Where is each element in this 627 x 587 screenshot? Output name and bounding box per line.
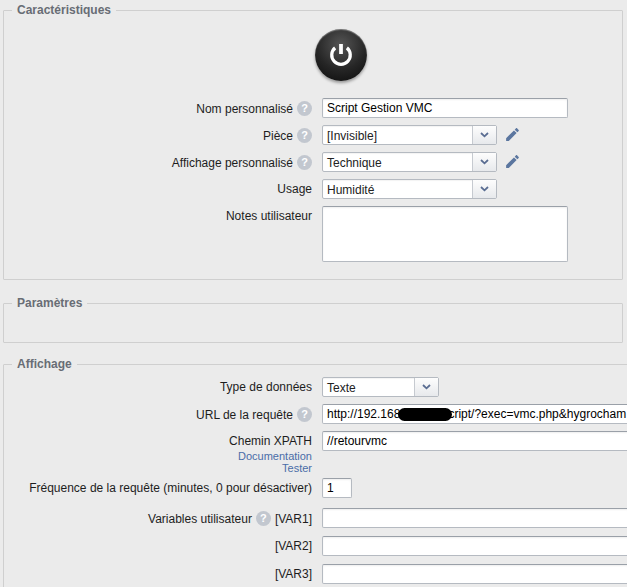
usage-select[interactable]: Humidité xyxy=(322,179,497,199)
xpath-links: Documentation Tester xyxy=(238,450,312,474)
help-icon[interactable] xyxy=(297,101,312,116)
frequence-input[interactable] xyxy=(322,478,352,498)
url-requete-label: URL de la requête xyxy=(196,408,293,422)
url-prefix-text: http://192.168 xyxy=(327,407,400,421)
var2-input[interactable] xyxy=(322,536,627,556)
type-donnees-select[interactable]: Texte xyxy=(322,377,439,397)
row-usage: Usage Humidité xyxy=(4,179,622,199)
row-chemin-xpath: Chemin XPATH Documentation Tester xyxy=(4,431,627,474)
usage-label: Usage xyxy=(277,182,312,196)
row-notes-utilisateur: Notes utilisateur xyxy=(4,206,622,262)
section-affichage-title: Affichage xyxy=(12,357,77,371)
documentation-link[interactable]: Documentation xyxy=(238,450,312,462)
row-var2: [VAR2] xyxy=(4,536,627,556)
help-icon[interactable] xyxy=(297,407,312,422)
tester-link[interactable]: Tester xyxy=(282,462,312,474)
affichage-personnalise-label: Affichage personnalisé xyxy=(172,156,293,170)
help-icon[interactable] xyxy=(256,511,271,526)
type-donnees-select-value: Texte xyxy=(323,378,414,396)
section-affichage: Affichage Type de données Texte URL de l… xyxy=(3,357,627,587)
device-settings-page: Caractéristiques Nom personnalisé Pièce xyxy=(0,0,627,587)
section-parametres: Paramètres xyxy=(3,296,623,343)
nom-personnalise-label: Nom personnalisé xyxy=(196,102,293,116)
type-donnees-label: Type de données xyxy=(220,380,312,394)
piece-select-value: [Invisible] xyxy=(323,126,472,144)
chevron-down-icon[interactable] xyxy=(472,153,496,171)
affichage-personnalise-select-value: Technique xyxy=(323,153,472,171)
url-requete-input[interactable]: http://192.168 cript/?exec=vmc.php&hygro… xyxy=(322,404,627,424)
chevron-down-icon[interactable] xyxy=(414,378,438,396)
notes-utilisateur-label: Notes utilisateur xyxy=(226,209,312,223)
row-affichage-personnalise: Affichage personnalisé Technique xyxy=(4,152,622,172)
row-nom-personnalise: Nom personnalisé xyxy=(4,98,622,118)
section-caracteristiques: Caractéristiques Nom personnalisé Pièce xyxy=(3,3,623,280)
var2-label: [VAR2] xyxy=(275,539,312,553)
chemin-xpath-input[interactable] xyxy=(322,431,627,451)
frequence-label: Fréquence de la requête (minutes, 0 pour… xyxy=(29,481,312,495)
nom-personnalise-input[interactable] xyxy=(322,98,568,118)
section-caracteristiques-title: Caractéristiques xyxy=(12,3,116,17)
usage-select-value: Humidité xyxy=(323,180,472,198)
var1-input[interactable] xyxy=(322,508,627,528)
chevron-down-icon[interactable] xyxy=(472,180,496,198)
var1-label: [VAR1] xyxy=(275,512,312,526)
chevron-down-icon[interactable] xyxy=(472,126,496,144)
row-piece: Pièce [Invisible] xyxy=(4,125,622,145)
affichage-personnalise-select[interactable]: Technique xyxy=(322,152,497,172)
var3-input[interactable] xyxy=(322,564,627,584)
parametres-empty-area xyxy=(4,310,622,332)
power-glyph xyxy=(326,40,356,70)
help-icon[interactable] xyxy=(297,155,312,170)
row-url-requete: URL de la requête http://192.168 cript/?… xyxy=(4,404,627,424)
power-button-icon xyxy=(315,29,367,81)
row-type-donnees: Type de données Texte xyxy=(4,377,627,397)
piece-label: Pièce xyxy=(263,129,293,143)
device-icon-row xyxy=(60,29,622,81)
redaction-blob xyxy=(398,408,452,421)
row-frequence: Fréquence de la requête (minutes, 0 pour… xyxy=(4,478,627,498)
row-var1: Variables utilisateur [VAR1] xyxy=(4,508,627,528)
chemin-xpath-label: Chemin XPATH xyxy=(229,434,312,448)
help-icon[interactable] xyxy=(297,128,312,143)
var3-label: [VAR3] xyxy=(275,567,312,581)
variables-utilisateur-label: Variables utilisateur xyxy=(148,512,252,526)
notes-utilisateur-textarea[interactable] xyxy=(322,206,568,262)
piece-select[interactable]: [Invisible] xyxy=(322,125,497,145)
section-parametres-title: Paramètres xyxy=(12,296,87,310)
url-suffix-text: cript/?exec=vmc.php&hygrocham xyxy=(448,407,626,421)
pencil-edit-icon[interactable] xyxy=(504,126,521,143)
row-var3: [VAR3] xyxy=(4,564,627,584)
pencil-edit-icon[interactable] xyxy=(504,153,521,170)
